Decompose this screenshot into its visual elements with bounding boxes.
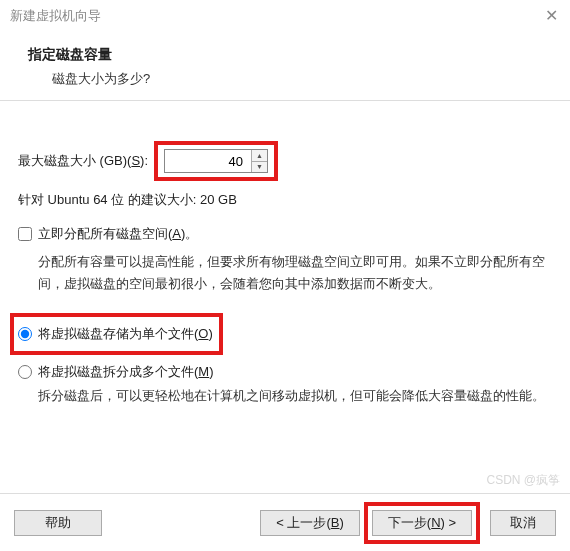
allocate-now-label[interactable]: 立即分配所有磁盘空间(A)。 — [38, 225, 198, 243]
spinner-up-icon[interactable]: ▲ — [252, 150, 267, 162]
split-files-radio[interactable] — [18, 365, 32, 379]
watermark: CSDN @疯筝 — [486, 472, 560, 489]
next-button-highlight: 下一步(N) > — [364, 502, 480, 544]
window-title: 新建虚拟机向导 — [10, 7, 101, 25]
split-files-label[interactable]: 将虚拟磁盘拆分成多个文件(M) — [38, 363, 214, 381]
page-title: 指定磁盘容量 — [28, 46, 550, 64]
max-disk-label: 最大磁盘大小 (GB)(S): — [18, 152, 148, 170]
spinner-arrows: ▲ ▼ — [251, 150, 267, 172]
wizard-header: 指定磁盘容量 磁盘大小为多少? — [0, 32, 570, 101]
single-file-label[interactable]: 将虚拟磁盘存储为单个文件(O) — [38, 325, 213, 343]
split-desc: 拆分磁盘后，可以更轻松地在计算机之间移动虚拟机，但可能会降低大容量磁盘的性能。 — [18, 385, 552, 407]
disk-size-highlight: ▲ ▼ — [154, 141, 278, 181]
single-file-radio[interactable] — [18, 327, 32, 341]
content-area: 最大磁盘大小 (GB)(S): ▲ ▼ 针对 Ubuntu 64 位 的建议大小… — [0, 101, 570, 407]
cancel-button[interactable]: 取消 — [490, 510, 556, 536]
page-subtitle: 磁盘大小为多少? — [28, 70, 550, 88]
allocate-now-checkbox[interactable] — [18, 227, 32, 241]
storage-radio-group: 将虚拟磁盘存储为单个文件(O) 将虚拟磁盘拆分成多个文件(M) 拆分磁盘后，可以… — [18, 313, 552, 407]
back-button[interactable]: < 上一步(B) — [260, 510, 360, 536]
close-icon[interactable]: ✕ — [545, 6, 558, 25]
disk-size-spinner[interactable]: ▲ ▼ — [164, 149, 268, 173]
recommended-size: 针对 Ubuntu 64 位 的建议大小: 20 GB — [18, 191, 552, 209]
next-button[interactable]: 下一步(N) > — [372, 510, 472, 536]
titlebar: 新建虚拟机向导 ✕ — [0, 0, 570, 32]
max-disk-row: 最大磁盘大小 (GB)(S): ▲ ▼ — [18, 141, 552, 181]
disk-size-input[interactable] — [165, 150, 251, 172]
help-button[interactable]: 帮助 — [14, 510, 102, 536]
single-file-highlight: 将虚拟磁盘存储为单个文件(O) — [10, 313, 223, 355]
wizard-footer: 帮助 < 上一步(B) 下一步(N) > 取消 — [0, 493, 570, 551]
allocate-now-row: 立即分配所有磁盘空间(A)。 — [18, 225, 552, 243]
spinner-down-icon[interactable]: ▼ — [252, 162, 267, 173]
allocate-desc: 分配所有容量可以提高性能，但要求所有物理磁盘空间立即可用。如果不立即分配所有空间… — [18, 251, 552, 295]
